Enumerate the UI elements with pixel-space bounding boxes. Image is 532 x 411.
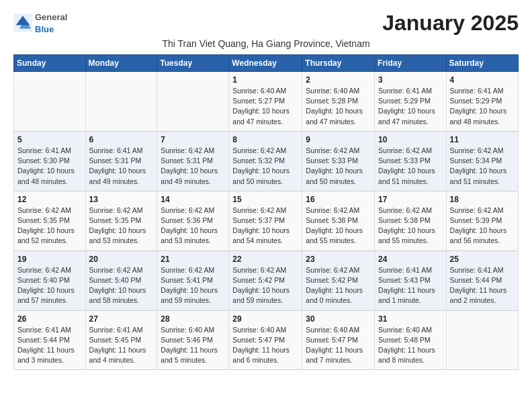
day-info: Sunrise: 6:42 AMSunset: 5:42 PMDaylight:… xyxy=(232,265,298,306)
day-info: Sunrise: 6:40 AMSunset: 5:46 PMDaylight:… xyxy=(161,325,225,366)
day-info: Sunrise: 6:40 AMSunset: 5:27 PMDaylight:… xyxy=(232,86,298,127)
calendar-cell xyxy=(157,72,229,132)
weekday-header-thursday: Thursday xyxy=(302,55,375,72)
header: General Blue January 2025 xyxy=(13,11,519,36)
day-info: Sunrise: 6:40 AMSunset: 5:47 PMDaylight:… xyxy=(306,325,371,366)
calendar-cell: 23Sunrise: 6:42 AMSunset: 5:42 PMDayligh… xyxy=(302,250,375,310)
day-info: Sunrise: 6:41 AMSunset: 5:29 PMDaylight:… xyxy=(450,86,515,127)
day-number: 17 xyxy=(378,195,443,204)
calendar-cell: 5Sunrise: 6:41 AMSunset: 5:30 PMDaylight… xyxy=(14,131,86,191)
day-info: Sunrise: 6:42 AMSunset: 5:41 PMDaylight:… xyxy=(161,265,225,306)
day-info: Sunrise: 6:42 AMSunset: 5:31 PMDaylight:… xyxy=(161,146,225,187)
calendar-cell: 13Sunrise: 6:42 AMSunset: 5:35 PMDayligh… xyxy=(85,191,157,250)
day-info: Sunrise: 6:42 AMSunset: 5:38 PMDaylight:… xyxy=(378,205,443,246)
calendar-cell: 26Sunrise: 6:41 AMSunset: 5:44 PMDayligh… xyxy=(14,310,86,370)
day-info: Sunrise: 6:41 AMSunset: 5:44 PMDaylight:… xyxy=(17,325,82,366)
week-row-3: 12Sunrise: 6:42 AMSunset: 5:35 PMDayligh… xyxy=(14,191,519,250)
calendar-cell: 24Sunrise: 6:41 AMSunset: 5:43 PMDayligh… xyxy=(375,250,447,310)
calendar-cell: 28Sunrise: 6:40 AMSunset: 5:46 PMDayligh… xyxy=(157,310,229,370)
day-number: 2 xyxy=(306,75,371,85)
calendar-cell: 4Sunrise: 6:41 AMSunset: 5:29 PMDaylight… xyxy=(446,72,518,132)
week-row-5: 26Sunrise: 6:41 AMSunset: 5:44 PMDayligh… xyxy=(14,310,519,370)
logo-text: General Blue xyxy=(35,11,67,35)
weekday-header-monday: Monday xyxy=(85,55,157,72)
weekday-header-tuesday: Tuesday xyxy=(157,55,229,72)
calendar-cell: 15Sunrise: 6:42 AMSunset: 5:37 PMDayligh… xyxy=(229,191,302,250)
day-info: Sunrise: 6:42 AMSunset: 5:40 PMDaylight:… xyxy=(17,265,82,306)
day-info: Sunrise: 6:42 AMSunset: 5:34 PMDaylight:… xyxy=(450,146,515,187)
calendar-cell: 6Sunrise: 6:41 AMSunset: 5:31 PMDaylight… xyxy=(85,131,157,191)
calendar-table: SundayMondayTuesdayWednesdayThursdayFrid… xyxy=(13,54,519,370)
day-info: Sunrise: 6:41 AMSunset: 5:44 PMDaylight:… xyxy=(450,265,515,306)
day-info: Sunrise: 6:40 AMSunset: 5:48 PMDaylight:… xyxy=(378,325,443,366)
calendar-cell: 8Sunrise: 6:42 AMSunset: 5:32 PMDaylight… xyxy=(229,131,302,191)
calendar-title: January 2025 xyxy=(382,11,519,36)
calendar-subtitle: Thi Tran Viet Quang, Ha Giang Province, … xyxy=(13,38,519,49)
day-info: Sunrise: 6:42 AMSunset: 5:42 PMDaylight:… xyxy=(306,265,371,306)
day-number: 3 xyxy=(378,75,443,85)
day-info: Sunrise: 6:42 AMSunset: 5:33 PMDaylight:… xyxy=(378,146,443,187)
day-info: Sunrise: 6:42 AMSunset: 5:38 PMDaylight:… xyxy=(306,205,371,246)
day-number: 19 xyxy=(17,255,82,264)
day-info: Sunrise: 6:42 AMSunset: 5:35 PMDaylight:… xyxy=(89,205,154,246)
calendar-cell: 11Sunrise: 6:42 AMSunset: 5:34 PMDayligh… xyxy=(446,131,518,191)
day-info: Sunrise: 6:42 AMSunset: 5:33 PMDaylight:… xyxy=(306,146,371,187)
day-number: 12 xyxy=(17,195,82,204)
day-number: 26 xyxy=(17,314,82,324)
calendar-cell: 16Sunrise: 6:42 AMSunset: 5:38 PMDayligh… xyxy=(302,191,375,250)
day-number: 31 xyxy=(378,314,443,324)
calendar-cell: 7Sunrise: 6:42 AMSunset: 5:31 PMDaylight… xyxy=(157,131,229,191)
calendar-cell xyxy=(85,72,157,132)
logo-icon xyxy=(13,13,32,32)
calendar-cell: 17Sunrise: 6:42 AMSunset: 5:38 PMDayligh… xyxy=(375,191,447,250)
day-number: 5 xyxy=(17,135,82,144)
day-number: 15 xyxy=(232,195,298,204)
day-info: Sunrise: 6:42 AMSunset: 5:35 PMDaylight:… xyxy=(17,205,82,246)
calendar-cell: 19Sunrise: 6:42 AMSunset: 5:40 PMDayligh… xyxy=(14,250,86,310)
weekday-header-saturday: Saturday xyxy=(446,55,518,72)
day-info: Sunrise: 6:42 AMSunset: 5:40 PMDaylight:… xyxy=(89,265,154,306)
day-number: 6 xyxy=(89,135,154,144)
day-info: Sunrise: 6:41 AMSunset: 5:43 PMDaylight:… xyxy=(378,265,443,306)
week-row-1: 1Sunrise: 6:40 AMSunset: 5:27 PMDaylight… xyxy=(14,72,519,132)
day-number: 29 xyxy=(232,314,298,324)
day-number: 21 xyxy=(161,255,225,264)
weekday-header-wednesday: Wednesday xyxy=(229,55,302,72)
calendar-cell: 25Sunrise: 6:41 AMSunset: 5:44 PMDayligh… xyxy=(446,250,518,310)
day-number: 20 xyxy=(89,255,154,264)
day-number: 30 xyxy=(306,314,371,324)
day-info: Sunrise: 6:42 AMSunset: 5:39 PMDaylight:… xyxy=(450,205,515,246)
day-number: 11 xyxy=(450,135,515,144)
day-number: 9 xyxy=(306,135,371,144)
calendar-cell: 18Sunrise: 6:42 AMSunset: 5:39 PMDayligh… xyxy=(446,191,518,250)
calendar-cell: 27Sunrise: 6:41 AMSunset: 5:45 PMDayligh… xyxy=(85,310,157,370)
day-number: 23 xyxy=(306,255,371,264)
day-info: Sunrise: 6:41 AMSunset: 5:45 PMDaylight:… xyxy=(89,325,154,366)
day-number: 14 xyxy=(161,195,225,204)
calendar-cell: 22Sunrise: 6:42 AMSunset: 5:42 PMDayligh… xyxy=(229,250,302,310)
day-info: Sunrise: 6:41 AMSunset: 5:30 PMDaylight:… xyxy=(17,146,82,187)
day-info: Sunrise: 6:40 AMSunset: 5:28 PMDaylight:… xyxy=(306,86,371,127)
day-number: 16 xyxy=(306,195,371,204)
day-info: Sunrise: 6:41 AMSunset: 5:31 PMDaylight:… xyxy=(89,146,154,187)
day-number: 8 xyxy=(232,135,298,144)
calendar-cell: 31Sunrise: 6:40 AMSunset: 5:48 PMDayligh… xyxy=(375,310,447,370)
calendar-cell: 1Sunrise: 6:40 AMSunset: 5:27 PMDaylight… xyxy=(229,72,302,132)
week-row-2: 5Sunrise: 6:41 AMSunset: 5:30 PMDaylight… xyxy=(14,131,519,191)
day-number: 1 xyxy=(232,75,298,85)
calendar-cell: 10Sunrise: 6:42 AMSunset: 5:33 PMDayligh… xyxy=(375,131,447,191)
weekday-header-friday: Friday xyxy=(375,55,447,72)
day-info: Sunrise: 6:40 AMSunset: 5:47 PMDaylight:… xyxy=(232,325,298,366)
calendar-cell: 14Sunrise: 6:42 AMSunset: 5:36 PMDayligh… xyxy=(157,191,229,250)
day-number: 13 xyxy=(89,195,154,204)
day-info: Sunrise: 6:42 AMSunset: 5:36 PMDaylight:… xyxy=(161,205,225,246)
calendar-cell: 30Sunrise: 6:40 AMSunset: 5:47 PMDayligh… xyxy=(302,310,375,370)
logo: General Blue xyxy=(13,11,67,35)
day-info: Sunrise: 6:42 AMSunset: 5:32 PMDaylight:… xyxy=(232,146,298,187)
day-number: 25 xyxy=(450,255,515,264)
day-number: 4 xyxy=(450,75,515,85)
calendar-cell: 21Sunrise: 6:42 AMSunset: 5:41 PMDayligh… xyxy=(157,250,229,310)
calendar-cell: 12Sunrise: 6:42 AMSunset: 5:35 PMDayligh… xyxy=(14,191,86,250)
logo-general: General xyxy=(35,12,67,22)
day-number: 27 xyxy=(89,314,154,324)
